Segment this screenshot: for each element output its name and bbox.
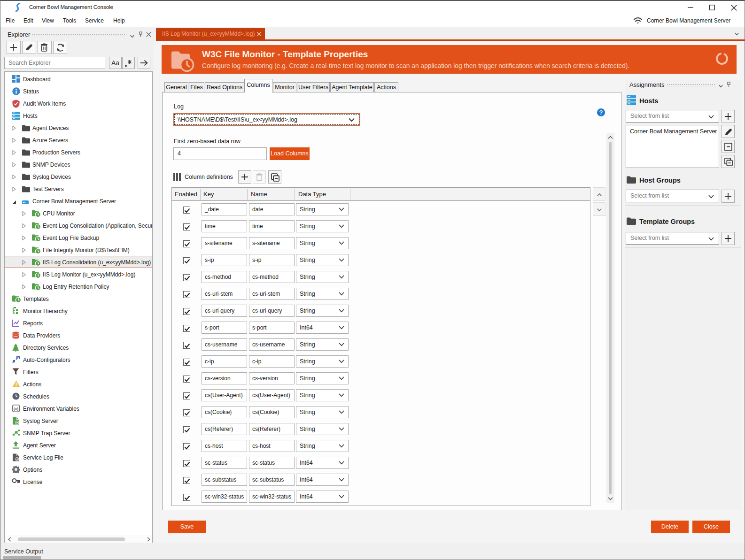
svg-text:(x): (x)	[14, 407, 18, 411]
